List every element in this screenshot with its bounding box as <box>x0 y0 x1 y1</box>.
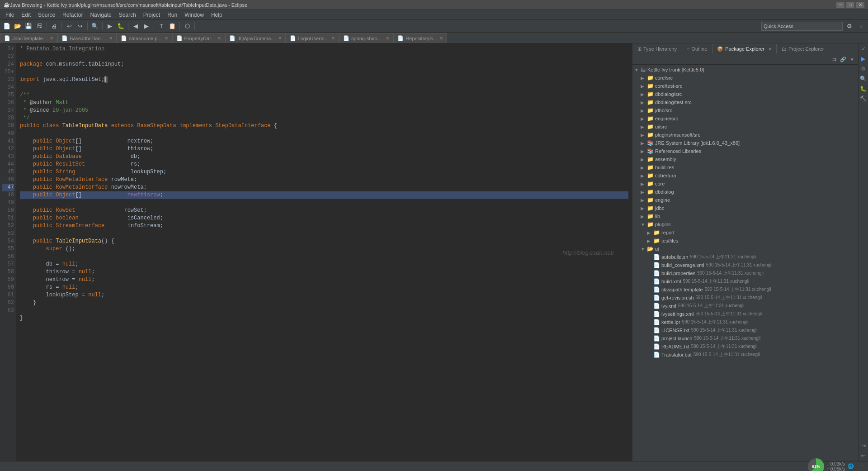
tab-repository[interactable]: 📄 RepositoryS... ✕ <box>393 33 447 43</box>
tree-item[interactable]: ▼ 📁 plugins <box>632 220 858 228</box>
tree-item[interactable]: 📄 classpath.template 590 15-5-14 上午11:31… <box>632 285 858 294</box>
minimize-btn[interactable]: ─ <box>836 2 844 8</box>
tree-item[interactable]: 📄 build.properties 590 15-5-14 上午11:31 x… <box>632 269 858 277</box>
tree-item[interactable]: ▼ 📂 ui <box>632 245 858 253</box>
tree-item[interactable]: ▶ 📁 dbdialog/src <box>632 90 858 98</box>
tab-close[interactable]: ✕ <box>386 36 389 41</box>
sidebar-properties-btn[interactable]: ⚙ <box>859 64 868 73</box>
tab-close-icon[interactable]: ✕ <box>768 47 772 52</box>
menu-file[interactable]: File <box>2 11 18 19</box>
sidebar-console-btn[interactable]: ▶ <box>859 54 868 63</box>
tree-item[interactable]: ▶ 📁 jdbc <box>632 204 858 212</box>
tree-item[interactable]: ▶ 📚 Referenced Libraries <box>632 147 858 155</box>
tree-item[interactable]: ▶ 📁 core/test-src <box>632 82 858 90</box>
debug-btn[interactable]: 🐛 <box>116 21 126 31</box>
menu-run[interactable]: Run <box>164 11 181 19</box>
tab-springshiro[interactable]: 📄 spring-shiro-... ✕ <box>339 33 393 43</box>
save-all-btn[interactable]: 🖫 <box>34 21 44 31</box>
tree-item[interactable]: ▶ 📁 dbdialog <box>632 188 858 196</box>
tree-item[interactable]: 📄 ivysettings.xml 590 15-5-14 上午11:31 xu… <box>632 310 858 318</box>
sidebar-debug-btn[interactable]: 🐛 <box>859 84 868 93</box>
tab-outline[interactable]: ≡ Outline <box>682 44 712 54</box>
maximize-btn[interactable]: □ <box>846 2 854 8</box>
tree-item[interactable]: 📄 build_coverage.xml 590 15-5-14 上午11:31… <box>632 261 858 269</box>
tree-item[interactable]: ▶ 📁 assembly <box>632 155 858 163</box>
menu-search[interactable]: Search <box>115 11 140 19</box>
sidebar-restore-btn[interactable]: ⇥ <box>859 441 868 450</box>
open-btn[interactable]: 📂 <box>13 21 23 31</box>
menu-refactor[interactable]: Refactor <box>59 11 86 19</box>
tree-item[interactable]: 📄 get-revision.sh 590 15-5-14 上午11:31 xu… <box>632 294 858 302</box>
link-with-editor-btn[interactable]: 🔗 <box>839 55 847 63</box>
tree-root[interactable]: ▼ 🗂 Kettle Ivy trunk [Kettle5.0] <box>632 66 858 74</box>
tab-close[interactable]: ✕ <box>439 36 443 41</box>
quick-access-box[interactable]: Quick Access <box>761 22 843 31</box>
redo-btn[interactable]: ↪ <box>75 21 85 31</box>
tree-item[interactable]: ▶ 📁 engine/src <box>632 114 858 123</box>
run-btn[interactable]: ▶ <box>105 21 115 31</box>
menu-source[interactable]: Source <box>34 11 59 19</box>
tree-item[interactable]: 📄 project.launch 590 15-5-14 上午11:31 xuc… <box>632 334 858 343</box>
tree-item[interactable]: 📄 kettle.ipr 590 15-5-14 上午11:31 xucheng… <box>632 318 858 326</box>
menu-edit[interactable]: Edit <box>18 11 34 19</box>
sidebar-tasks-btn[interactable]: ✓ <box>859 44 868 53</box>
tab-close[interactable]: ✕ <box>165 36 168 41</box>
tab-close[interactable]: ✕ <box>331 36 335 41</box>
tree-item[interactable]: 📄 ivy.xml 590 15-5-14 上午11:31 xuchengli <box>632 302 858 310</box>
close-btn[interactable]: ✕ <box>856 2 864 8</box>
tree-item[interactable]: ▶ 📁 dbdialog/test-src <box>632 98 858 106</box>
tree-item[interactable]: ▶ 📁 report <box>632 228 858 237</box>
print-btn[interactable]: 🖨 <box>49 21 59 31</box>
editor-area[interactable]: 3+ 22 24 25+ 33 34 35 36 37 38 39 40 41 … <box>0 43 632 461</box>
tree-item[interactable]: ▶ 📚 JRE System Library [jdk1.6.0_43_x86] <box>632 139 858 147</box>
toolbar-extra2[interactable]: ≡ <box>856 21 866 31</box>
menu-project[interactable]: Project <box>140 11 164 19</box>
tree-item[interactable]: ▶ 📁 cobertura <box>632 171 858 180</box>
tab-type-hierarchy[interactable]: ⊞ Type Hierarchy <box>632 44 682 54</box>
menu-navigate[interactable]: Navigate <box>86 11 115 19</box>
tab-basejdbcdao[interactable]: 📄 BaseJdbcDao.... ✕ <box>57 33 117 43</box>
undo-btn[interactable]: ↩ <box>64 21 74 31</box>
view-menu-btn[interactable]: ▾ <box>848 55 856 63</box>
tree-item[interactable]: 📄 LICENSE.txt 590 15-5-14 上午11:31 xuchen… <box>632 326 858 334</box>
tab-project-explorer[interactable]: 🗂 Project Explorer <box>777 44 829 54</box>
tree-item[interactable]: ▶ 📁 engine <box>632 196 858 204</box>
tab-propertydat[interactable]: 📄 PropertyDat... ✕ <box>172 33 226 43</box>
new-btn[interactable]: 📄 <box>2 21 12 31</box>
open-type-btn[interactable]: T <box>156 21 166 31</box>
hierarchy-btn[interactable]: ⬡ <box>182 21 192 31</box>
menu-window[interactable]: Window <box>181 11 208 19</box>
tree-item[interactable]: ▶ 📁 testfiles <box>632 237 858 245</box>
tab-close[interactable]: ✕ <box>109 36 113 41</box>
window-controls[interactable]: ─ □ ✕ <box>836 2 864 8</box>
menu-help[interactable]: Help <box>208 11 226 19</box>
sidebar-minimize-btn[interactable]: ⇤ <box>859 451 868 460</box>
open-res-btn[interactable]: 📋 <box>167 21 177 31</box>
tab-package-explorer[interactable]: 📦 Package Explorer ✕ <box>712 44 777 54</box>
prev-btn[interactable]: ◀ <box>131 21 141 31</box>
tree-item[interactable]: ▶ 📁 plugins/msunsoft/src <box>632 131 858 139</box>
code-content[interactable]: * Pentaho Data Integration package com.m… <box>16 43 632 461</box>
tree-item[interactable]: ▶ 📁 build-res <box>632 163 858 171</box>
toolbar-extra1[interactable]: ⚙ <box>844 21 854 31</box>
tree-item[interactable]: 📄 autobuild.sh 590 15-5-14 上午11:31 xuche… <box>632 253 858 261</box>
search-btn[interactable]: 🔍 <box>90 21 100 31</box>
tab-close[interactable]: ✕ <box>278 36 282 41</box>
tree-item[interactable]: 📄 build.xml 590 15-5-14 上午11:31 xuchengl… <box>632 277 858 285</box>
tree-item[interactable]: ▶ 📁 core/src <box>632 74 858 82</box>
sidebar-search-btn[interactable]: 🔍 <box>859 74 868 83</box>
tree-item[interactable]: ▶ 📁 jdbc/src <box>632 106 858 114</box>
save-btn[interactable]: 💾 <box>24 21 33 31</box>
tab-jqajax[interactable]: 📄 JQAjaxComma... ✕ <box>225 33 285 43</box>
tab-loginuser[interactable]: 📄 LoginUserIn... ✕ <box>286 33 339 43</box>
sidebar-ant-btn[interactable]: 🔨 <box>859 94 868 103</box>
tab-datasource[interactable]: 📄 datasource.p... ✕ <box>117 33 172 43</box>
tree-item[interactable]: ▶ 📁 lib <box>632 212 858 220</box>
tab-jdbctemplate[interactable]: 📄 JdbcTemplate... ✕ <box>0 33 57 43</box>
tree-item[interactable]: 📄 Translator.bat 590 15-5-14 上午11:31 xuc… <box>632 351 858 359</box>
tab-close[interactable]: ✕ <box>217 36 221 41</box>
collapse-all-btn[interactable]: ⇉ <box>830 55 838 63</box>
tree-item[interactable]: ▶ 📁 ui/src <box>632 123 858 131</box>
tree-item[interactable]: ▶ 📁 core <box>632 180 858 188</box>
tree-item[interactable]: 📄 README.txt 590 15-5-14 上午11:31 xucheng… <box>632 343 858 351</box>
